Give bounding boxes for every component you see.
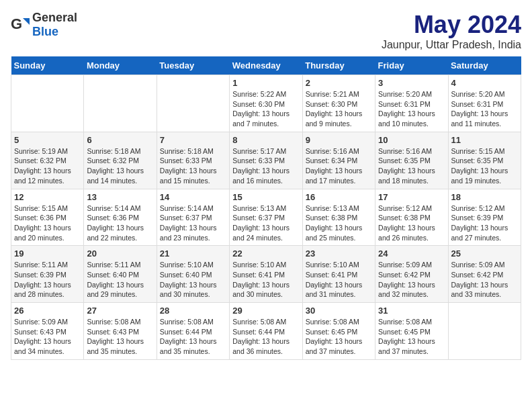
day-info: Sunrise: 5:13 AM Sunset: 6:38 PM Dayligh… — [306, 203, 372, 243]
day-number: 28 — [160, 306, 226, 316]
calendar-header-row: SundayMondayTuesdayWednesdayThursdayFrid… — [11, 56, 521, 75]
day-info: Sunrise: 5:12 AM Sunset: 6:39 PM Dayligh… — [451, 203, 518, 243]
calendar-week-row: 12Sunrise: 5:15 AM Sunset: 6:36 PM Dayli… — [11, 189, 521, 246]
day-info: Sunrise: 5:15 AM Sunset: 6:35 PM Dayligh… — [451, 146, 518, 186]
day-info: Sunrise: 5:09 AM Sunset: 6:43 PM Dayligh… — [14, 317, 81, 357]
calendar-cell: 30Sunrise: 5:08 AM Sunset: 6:45 PM Dayli… — [302, 303, 375, 360]
logo: G General Blue — [11, 11, 77, 39]
day-info: Sunrise: 5:10 AM Sunset: 6:40 PM Dayligh… — [160, 260, 226, 300]
day-info: Sunrise: 5:10 AM Sunset: 6:41 PM Dayligh… — [232, 260, 299, 300]
day-number: 16 — [306, 192, 372, 202]
calendar-cell: 21Sunrise: 5:10 AM Sunset: 6:40 PM Dayli… — [157, 246, 229, 303]
day-number: 31 — [378, 306, 445, 316]
day-number: 7 — [160, 135, 226, 145]
calendar-cell: 28Sunrise: 5:08 AM Sunset: 6:44 PM Dayli… — [157, 303, 229, 360]
calendar-cell: 6Sunrise: 5:18 AM Sunset: 6:32 PM Daylig… — [84, 132, 157, 189]
day-number: 5 — [14, 135, 81, 145]
day-info: Sunrise: 5:08 AM Sunset: 6:44 PM Dayligh… — [232, 317, 299, 357]
calendar-cell: 20Sunrise: 5:11 AM Sunset: 6:40 PM Dayli… — [84, 246, 157, 303]
day-info: Sunrise: 5:16 AM Sunset: 6:35 PM Dayligh… — [378, 146, 445, 186]
day-number: 25 — [451, 248, 518, 259]
calendar-cell: 22Sunrise: 5:10 AM Sunset: 6:41 PM Dayli… — [230, 246, 302, 303]
header-area: G General Blue May 2024 Jaunpur, Uttar P… — [11, 11, 521, 51]
calendar-week-row: 19Sunrise: 5:11 AM Sunset: 6:39 PM Dayli… — [11, 246, 521, 303]
day-info: Sunrise: 5:11 AM Sunset: 6:40 PM Dayligh… — [87, 260, 153, 300]
calendar-cell: 27Sunrise: 5:08 AM Sunset: 6:43 PM Dayli… — [84, 303, 157, 360]
day-of-week-header: Wednesday — [230, 56, 302, 75]
calendar-table: SundayMondayTuesdayWednesdayThursdayFrid… — [11, 56, 521, 360]
day-number: 27 — [87, 306, 153, 316]
day-number: 1 — [232, 78, 299, 88]
day-info: Sunrise: 5:18 AM Sunset: 6:33 PM Dayligh… — [160, 146, 226, 186]
calendar-cell — [448, 303, 521, 360]
day-info: Sunrise: 5:08 AM Sunset: 6:45 PM Dayligh… — [378, 317, 445, 357]
calendar-cell: 10Sunrise: 5:16 AM Sunset: 6:35 PM Dayli… — [375, 132, 448, 189]
calendar-cell: 13Sunrise: 5:14 AM Sunset: 6:36 PM Dayli… — [84, 189, 157, 246]
calendar-cell: 2Sunrise: 5:21 AM Sunset: 6:30 PM Daylig… — [302, 75, 375, 132]
day-number: 10 — [378, 135, 445, 145]
day-of-week-header: Sunday — [11, 56, 84, 75]
day-number: 8 — [232, 135, 299, 145]
day-of-week-header: Tuesday — [157, 56, 229, 75]
calendar-week-row: 5Sunrise: 5:19 AM Sunset: 6:32 PM Daylig… — [11, 132, 521, 189]
logo-icon: G — [11, 15, 30, 34]
day-number: 17 — [378, 192, 445, 202]
day-info: Sunrise: 5:08 AM Sunset: 6:45 PM Dayligh… — [306, 317, 372, 357]
calendar-cell: 5Sunrise: 5:19 AM Sunset: 6:32 PM Daylig… — [11, 132, 84, 189]
day-of-week-header: Saturday — [448, 56, 521, 75]
day-number: 2 — [306, 78, 372, 88]
calendar-cell: 31Sunrise: 5:08 AM Sunset: 6:45 PM Dayli… — [375, 303, 448, 360]
calendar-cell: 16Sunrise: 5:13 AM Sunset: 6:38 PM Dayli… — [302, 189, 375, 246]
day-info: Sunrise: 5:16 AM Sunset: 6:34 PM Dayligh… — [306, 146, 372, 186]
day-number: 19 — [14, 248, 81, 259]
day-number: 24 — [378, 248, 445, 259]
day-info: Sunrise: 5:17 AM Sunset: 6:33 PM Dayligh… — [232, 146, 299, 186]
day-info: Sunrise: 5:20 AM Sunset: 6:31 PM Dayligh… — [451, 89, 518, 129]
day-number: 30 — [306, 306, 372, 316]
month-year: May 2024 — [382, 11, 521, 39]
calendar-cell: 3Sunrise: 5:20 AM Sunset: 6:31 PM Daylig… — [375, 75, 448, 132]
calendar-cell: 14Sunrise: 5:14 AM Sunset: 6:37 PM Dayli… — [157, 189, 229, 246]
day-number: 14 — [160, 192, 226, 202]
day-info: Sunrise: 5:08 AM Sunset: 6:43 PM Dayligh… — [87, 317, 153, 357]
calendar-cell: 24Sunrise: 5:09 AM Sunset: 6:42 PM Dayli… — [375, 246, 448, 303]
day-info: Sunrise: 5:19 AM Sunset: 6:32 PM Dayligh… — [14, 146, 81, 186]
day-info: Sunrise: 5:13 AM Sunset: 6:37 PM Dayligh… — [232, 203, 299, 243]
day-number: 18 — [451, 192, 518, 202]
day-info: Sunrise: 5:08 AM Sunset: 6:44 PM Dayligh… — [160, 317, 226, 357]
day-number: 23 — [306, 248, 372, 259]
calendar-week-row: 26Sunrise: 5:09 AM Sunset: 6:43 PM Dayli… — [11, 303, 521, 360]
day-of-week-header: Friday — [375, 56, 448, 75]
svg-text:G: G — [11, 15, 22, 32]
day-info: Sunrise: 5:20 AM Sunset: 6:31 PM Dayligh… — [378, 89, 445, 129]
day-number: 12 — [14, 192, 81, 202]
day-info: Sunrise: 5:11 AM Sunset: 6:39 PM Dayligh… — [14, 260, 81, 300]
location: Jaunpur, Uttar Pradesh, India — [382, 39, 521, 51]
calendar-cell: 19Sunrise: 5:11 AM Sunset: 6:39 PM Dayli… — [11, 246, 84, 303]
day-info: Sunrise: 5:12 AM Sunset: 6:38 PM Dayligh… — [378, 203, 445, 243]
day-number: 11 — [451, 135, 518, 145]
day-number: 4 — [451, 78, 518, 88]
day-number: 9 — [306, 135, 372, 145]
calendar-cell: 15Sunrise: 5:13 AM Sunset: 6:37 PM Dayli… — [230, 189, 302, 246]
day-number: 20 — [87, 248, 153, 259]
day-number: 6 — [87, 135, 153, 145]
day-of-week-header: Thursday — [302, 56, 375, 75]
calendar-cell: 11Sunrise: 5:15 AM Sunset: 6:35 PM Dayli… — [448, 132, 521, 189]
logo-blue: Blue — [32, 25, 58, 38]
day-info: Sunrise: 5:14 AM Sunset: 6:37 PM Dayligh… — [160, 203, 226, 243]
calendar-cell: 9Sunrise: 5:16 AM Sunset: 6:34 PM Daylig… — [302, 132, 375, 189]
svg-marker-1 — [23, 18, 30, 25]
calendar-cell: 1Sunrise: 5:22 AM Sunset: 6:30 PM Daylig… — [230, 75, 302, 132]
calendar-cell: 12Sunrise: 5:15 AM Sunset: 6:36 PM Dayli… — [11, 189, 84, 246]
calendar-cell — [84, 75, 157, 132]
day-of-week-header: Monday — [84, 56, 157, 75]
day-number: 29 — [232, 306, 299, 316]
calendar-cell: 25Sunrise: 5:09 AM Sunset: 6:42 PM Dayli… — [448, 246, 521, 303]
calendar-week-row: 1Sunrise: 5:22 AM Sunset: 6:30 PM Daylig… — [11, 75, 521, 132]
day-info: Sunrise: 5:15 AM Sunset: 6:36 PM Dayligh… — [14, 203, 81, 243]
title-area: May 2024 Jaunpur, Uttar Pradesh, India — [382, 11, 521, 51]
day-number: 21 — [160, 248, 226, 259]
day-info: Sunrise: 5:10 AM Sunset: 6:41 PM Dayligh… — [306, 260, 372, 300]
calendar-cell: 26Sunrise: 5:09 AM Sunset: 6:43 PM Dayli… — [11, 303, 84, 360]
